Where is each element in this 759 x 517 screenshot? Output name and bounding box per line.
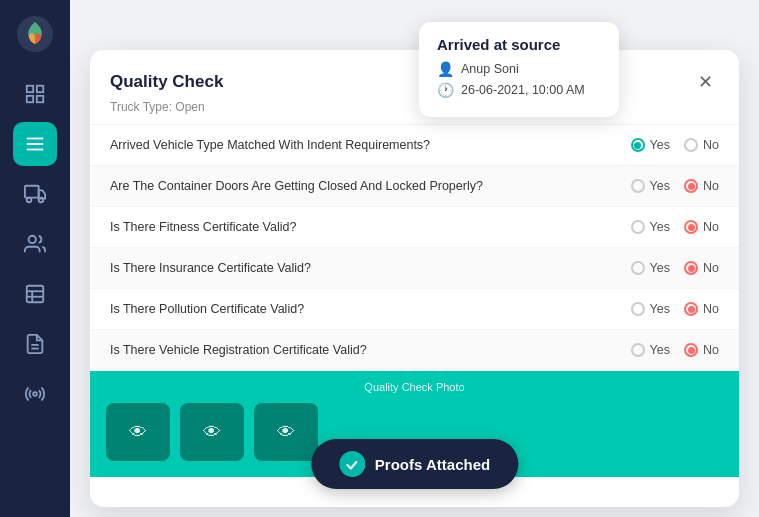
no-radio-4[interactable] <box>684 261 698 275</box>
radio-group-5: Yes No <box>631 302 719 316</box>
question-row-1: Arrived Vehicle Type Matched With Indent… <box>90 125 739 166</box>
sidebar-item-dashboard[interactable] <box>13 72 57 116</box>
eye-icon-2: 👁 <box>203 422 221 443</box>
no-label-2: No <box>703 179 719 193</box>
photo-thumb-1[interactable]: 👁 <box>106 403 170 461</box>
yes-option-2[interactable]: Yes <box>631 179 670 193</box>
question-text-1: Arrived Vehicle Type Matched With Indent… <box>110 138 631 152</box>
sidebar-item-truck[interactable] <box>13 172 57 216</box>
question-row-4: Is There Insurance Certificate Valid? Ye… <box>90 248 739 289</box>
no-option-1[interactable]: No <box>684 138 719 152</box>
yes-radio-3[interactable] <box>631 220 645 234</box>
question-row-2: Are The Container Doors Are Getting Clos… <box>90 166 739 207</box>
question-row-6: Is There Vehicle Registration Certificat… <box>90 330 739 371</box>
radio-group-4: Yes No <box>631 261 719 275</box>
svg-rect-2 <box>37 86 43 92</box>
question-text-2: Are The Container Doors Are Getting Clos… <box>110 179 631 193</box>
modal-header: Quality Check ✕ Truck Type: Open <box>90 50 739 125</box>
no-label-1: No <box>703 138 719 152</box>
no-label-3: No <box>703 220 719 234</box>
proofs-attached-badge[interactable]: Proofs Attached <box>311 439 518 489</box>
yes-label-4: Yes <box>650 261 670 275</box>
yes-option-6[interactable]: Yes <box>631 343 670 357</box>
yes-option-5[interactable]: Yes <box>631 302 670 316</box>
arrived-tooltip: Arrived at source 👤 Anup Soni 🕐 26-06-20… <box>419 22 619 117</box>
sidebar-item-reports[interactable] <box>13 272 57 316</box>
radio-group-3: Yes No <box>631 220 719 234</box>
svg-point-18 <box>33 392 37 396</box>
no-radio-1[interactable] <box>684 138 698 152</box>
yes-label-6: Yes <box>650 343 670 357</box>
no-radio-2[interactable] <box>684 179 698 193</box>
no-label-4: No <box>703 261 719 275</box>
yes-radio-4[interactable] <box>631 261 645 275</box>
no-option-4[interactable]: No <box>684 261 719 275</box>
arrived-title: Arrived at source <box>437 36 601 53</box>
user-icon: 👤 <box>437 61 454 77</box>
svg-point-11 <box>29 236 36 243</box>
modal-close-button[interactable]: ✕ <box>691 68 719 96</box>
photo-thumb-3[interactable]: 👁 <box>254 403 318 461</box>
question-text-6: Is There Vehicle Registration Certificat… <box>110 343 631 357</box>
svg-point-9 <box>27 198 32 203</box>
yes-radio-6[interactable] <box>631 343 645 357</box>
yes-label-5: Yes <box>650 302 670 316</box>
radio-group-6: Yes No <box>631 343 719 357</box>
sidebar-item-list[interactable] <box>13 122 57 166</box>
radio-group-2: Yes No <box>631 179 719 193</box>
no-option-2[interactable]: No <box>684 179 719 193</box>
no-radio-5[interactable] <box>684 302 698 316</box>
yes-option-1[interactable]: Yes <box>631 138 670 152</box>
eye-icon-1: 👁 <box>129 422 147 443</box>
sidebar-item-documents[interactable] <box>13 322 57 366</box>
no-label-5: No <box>703 302 719 316</box>
yes-option-3[interactable]: Yes <box>631 220 670 234</box>
modal-title: Quality Check <box>110 72 223 92</box>
yes-radio-1[interactable] <box>631 138 645 152</box>
photo-section-label: Quality Check Photo <box>106 381 723 393</box>
radio-group-1: Yes No <box>631 138 719 152</box>
no-option-3[interactable]: No <box>684 220 719 234</box>
proofs-check-icon <box>339 451 365 477</box>
no-option-6[interactable]: No <box>684 343 719 357</box>
svg-rect-8 <box>25 186 39 198</box>
svg-rect-12 <box>27 286 44 303</box>
yes-label-3: Yes <box>650 220 670 234</box>
svg-rect-1 <box>27 86 33 92</box>
main-content: Arrived at source 👤 Anup Soni 🕐 26-06-20… <box>70 0 759 517</box>
sidebar-logo <box>13 12 57 56</box>
no-radio-3[interactable] <box>684 220 698 234</box>
sidebar-item-network[interactable] <box>13 372 57 416</box>
modal-subtitle: Truck Type: Open <box>110 100 719 114</box>
question-text-3: Is There Fitness Certificate Valid? <box>110 220 631 234</box>
yes-radio-5[interactable] <box>631 302 645 316</box>
yes-label-1: Yes <box>650 138 670 152</box>
arrived-datetime: 26-06-2021, 10:00 AM <box>461 83 585 97</box>
yes-radio-2[interactable] <box>631 179 645 193</box>
question-row-3: Is There Fitness Certificate Valid? Yes … <box>90 207 739 248</box>
question-text-5: Is There Pollution Certificate Valid? <box>110 302 631 316</box>
sidebar-item-users[interactable] <box>13 222 57 266</box>
photo-thumb-2[interactable]: 👁 <box>180 403 244 461</box>
question-text-4: Is There Insurance Certificate Valid? <box>110 261 631 275</box>
yes-label-2: Yes <box>650 179 670 193</box>
no-radio-6[interactable] <box>684 343 698 357</box>
no-option-5[interactable]: No <box>684 302 719 316</box>
svg-point-10 <box>39 198 44 203</box>
yes-option-4[interactable]: Yes <box>631 261 670 275</box>
arrived-time-row: 🕐 26-06-2021, 10:00 AM <box>437 82 601 98</box>
svg-rect-3 <box>27 96 33 102</box>
svg-rect-4 <box>37 96 43 102</box>
proofs-attached-label: Proofs Attached <box>375 456 490 473</box>
eye-icon-3: 👁 <box>277 422 295 443</box>
sidebar <box>0 0 70 517</box>
no-label-6: No <box>703 343 719 357</box>
arrived-user-name: Anup Soni <box>461 62 519 76</box>
arrived-user-row: 👤 Anup Soni <box>437 61 601 77</box>
clock-icon: 🕐 <box>437 82 454 98</box>
question-row-5: Is There Pollution Certificate Valid? Ye… <box>90 289 739 330</box>
